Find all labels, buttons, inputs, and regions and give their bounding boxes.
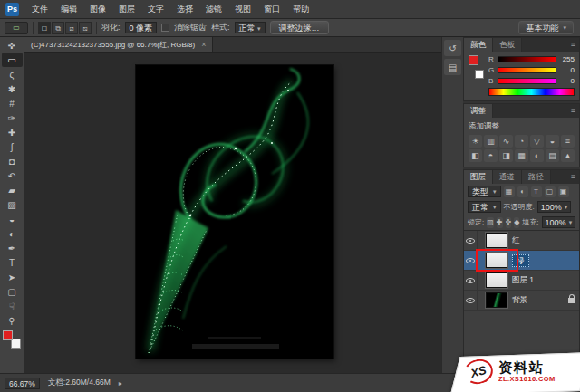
filter-pixel-layers-icon[interactable]: ▦ [504,186,515,197]
layer-thumbnail[interactable] [486,233,508,248]
status-popup-arrow-icon[interactable]: ▸ [119,379,122,387]
red-value[interactable]: 255 [559,55,575,63]
pen-tool[interactable]: ✒ [2,241,23,255]
history-panel-icon[interactable]: ↺ [444,40,461,56]
zoom-tool[interactable]: ⚲ [2,313,23,328]
intersect-selection-icon[interactable]: ⧅ [79,22,92,34]
lock-all-icon[interactable]: ◆ [514,217,519,228]
hue-saturation-icon[interactable]: ◒ [546,135,559,148]
layer-filter-select[interactable]: 类型 ▾ [468,186,501,197]
menu-filter[interactable]: 滤镜 [199,0,228,18]
path-selection-tool[interactable]: ➤ [2,270,23,284]
blur-tool[interactable]: ◒ [2,212,23,226]
dodge-tool[interactable]: ◐ [2,226,23,241]
visibility-toggle[interactable] [464,291,478,310]
background-color-swatch[interactable] [475,70,484,79]
menu-select[interactable]: 选择 [170,0,199,18]
eraser-tool[interactable]: ▰ [2,183,23,197]
eyedropper-tool[interactable]: ✑ [2,110,23,125]
photo-filter-icon[interactable]: ◓ [484,149,498,162]
lock-position-icon[interactable]: ✜ [506,217,512,228]
lock-pixels-icon[interactable]: ✚ [497,217,503,228]
blue-slider[interactable] [498,78,556,84]
curves-icon[interactable]: ∿ [499,135,513,148]
filter-smart-objects-icon[interactable]: ▣ [558,186,569,197]
blue-value[interactable]: 0 [559,77,575,85]
add-selection-icon[interactable]: ⧉ [52,22,64,34]
antialias-checkbox[interactable] [161,24,169,32]
green-slider[interactable] [498,67,556,73]
menu-layer[interactable]: 图层 [112,0,141,18]
panel-menu-icon[interactable]: ≡ [567,170,579,184]
threshold-icon[interactable]: ▲ [561,149,575,162]
brightness-contrast-icon[interactable]: ☀ [469,135,482,148]
foreground-color-swatch[interactable] [469,55,478,65]
document-image[interactable] [136,65,334,359]
layer-row-green[interactable]: 绿 [464,251,579,271]
green-value[interactable]: 0 [559,66,575,74]
tab-channels[interactable]: 通道 [493,170,522,184]
tab-swatches[interactable]: 色板 [493,38,522,52]
layer-name[interactable]: 红 [512,235,520,246]
workspace-switcher[interactable]: 基本功能 ▾ [518,21,574,34]
shape-tool[interactable]: ▢ [2,284,23,299]
crop-tool[interactable]: # [2,96,23,110]
document-tab[interactable]: (C)473731242132373555.jpg @ 66.7%(红, RGB… [24,37,213,52]
color-spectrum-ramp[interactable] [488,88,575,96]
layer-row-red[interactable]: 红 [464,231,579,251]
color-lookup-icon[interactable]: ▦ [515,149,528,162]
vibrance-icon[interactable]: ▽ [530,135,544,148]
style-select[interactable]: 正常 ▾ [235,22,266,33]
properties-panel-icon[interactable]: ▤ [444,59,461,75]
type-tool[interactable]: T [2,255,23,270]
red-slider[interactable] [498,56,556,62]
zoom-level-field[interactable]: 66.67% [5,378,40,389]
channel-mixer-icon[interactable]: ◨ [499,149,513,162]
subtract-selection-icon[interactable]: ⧄ [65,22,78,34]
quick-selection-tool[interactable]: ✱ [2,81,23,96]
move-tool[interactable]: ✜ [2,38,23,53]
filter-shape-layers-icon[interactable]: ▢ [545,186,556,197]
tab-paths[interactable]: 路径 [522,170,551,184]
fill-input[interactable]: 100% ▾ [542,216,576,228]
menu-edit[interactable]: 编辑 [54,0,83,18]
opacity-input[interactable]: 100% ▾ [537,201,572,213]
foreground-color-swatch[interactable] [3,330,13,340]
menu-type[interactable]: 文字 [141,0,170,18]
color-balance-icon[interactable]: ≡ [561,135,575,148]
gradient-tool[interactable]: ▨ [2,197,23,212]
black-white-icon[interactable]: ◧ [469,149,482,162]
lock-transparency-icon[interactable]: ▨ [487,217,494,228]
marquee-tool[interactable]: ▭ [2,53,23,67]
healing-brush-tool[interactable]: ✚ [2,125,23,139]
invert-icon[interactable]: ◐ [530,149,544,162]
visibility-toggle[interactable] [464,271,478,290]
visibility-toggle[interactable] [464,251,478,270]
feather-input[interactable]: 0 像素 [125,22,158,33]
new-selection-icon[interactable]: □ [38,22,51,34]
tool-preset-picker[interactable]: ▭ [5,22,28,34]
menu-help[interactable]: 帮助 [286,0,315,18]
tab-layers[interactable]: 图层 [464,170,493,184]
panel-menu-icon[interactable]: ≡ [567,104,579,118]
layer-thumbnail[interactable] [486,253,508,268]
clone-stamp-tool[interactable]: ◘ [2,154,23,168]
filter-type-layers-icon[interactable]: T [531,186,542,197]
refine-edge-button[interactable]: 调整边缘… [270,21,329,34]
layer-name[interactable]: 图层 1 [512,275,534,286]
layer-row-background[interactable]: 背景 [464,291,579,311]
brush-tool[interactable]: ʃ [2,139,23,154]
menu-image[interactable]: 图像 [83,0,112,18]
blend-mode-select[interactable]: 正常 ▾ [468,201,501,213]
menu-view[interactable]: 视图 [228,0,257,18]
panel-menu-icon[interactable]: ≡ [567,38,579,52]
history-brush-tool[interactable]: ↶ [2,168,23,183]
tab-adjustments[interactable]: 调整 [464,104,493,118]
exposure-icon[interactable]: ◔ [515,135,528,148]
levels-icon[interactable]: ▥ [484,135,498,148]
close-icon[interactable]: × [201,40,206,49]
lasso-tool[interactable]: ς [2,67,23,81]
hand-tool[interactable]: ☟ [2,299,23,313]
menu-window[interactable]: 窗口 [257,0,286,18]
menu-file[interactable]: 文件 [25,0,54,18]
